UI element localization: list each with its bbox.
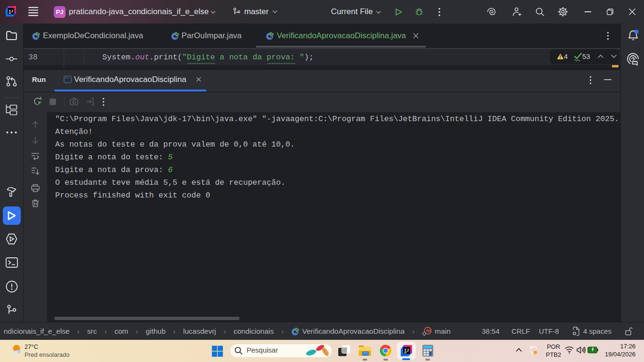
svg-text:IJ: IJ — [9, 9, 13, 13]
svg-text:IJ: IJ — [404, 348, 409, 353]
svg-text:m: m — [426, 328, 430, 333]
